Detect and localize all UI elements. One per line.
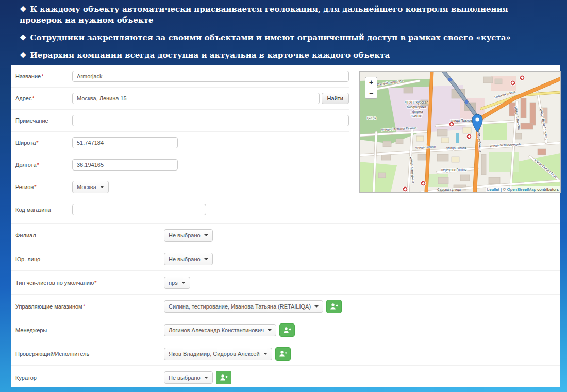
required-asterisk: * <box>94 280 96 286</box>
caret-down-icon <box>100 186 104 188</box>
form-row-store-code: Код магазина <box>11 198 349 220</box>
add-user-button[interactable] <box>275 347 291 361</box>
address-input[interactable] <box>72 93 320 104</box>
selected-value: Яков Владимир, Сидоров Алексей <box>169 351 260 357</box>
attribution-separator: | © <box>499 187 507 192</box>
note-input[interactable] <box>72 115 349 126</box>
caret-down-icon <box>204 377 208 379</box>
store-managers-select[interactable]: Силина, тестирование, Иванова Татьяна (R… <box>164 300 323 313</box>
form-row-latitude: Широта* <box>11 132 349 154</box>
form-row-inspector: Проверяющий/Исполнитель Яков Владимир, С… <box>11 342 560 365</box>
header-bullet-text: Сотрудники закрепляются за своими объект… <box>30 33 510 42</box>
object-card-panel: Название* Адрес* Найти Примечание Широта… <box>11 65 560 387</box>
caret-down-icon <box>263 353 268 355</box>
street-label: улица Гоголя <box>446 146 467 150</box>
field-label: Управляющие магазином* <box>15 303 164 310</box>
form-row-checklist-type: Тип чек-листов по умолчанию* nps <box>11 270 560 294</box>
header-bullet: ❖К каждому объекту автоматически присваи… <box>20 4 535 26</box>
form-row-managers: Менеджеры Логинов Александр Константинов… <box>11 318 560 342</box>
field-label-text: Широта <box>15 140 36 146</box>
field-label-text: Примечание <box>15 117 48 124</box>
zoom-in-button[interactable]: + <box>365 77 377 88</box>
region-select[interactable]: Москва <box>72 181 109 193</box>
poi-cross-icon <box>449 122 454 127</box>
map[interactable]: Южный переулок Ямская улица улица Павлов… <box>359 71 561 193</box>
field-label: Адрес* <box>15 95 72 101</box>
legal-entity-select[interactable]: Не выбрано <box>164 253 213 265</box>
add-user-button[interactable] <box>216 371 231 384</box>
form-row-address: Адрес* Найти <box>11 88 349 110</box>
header-bullet: ❖Иерархия компании всегда доступна и акт… <box>20 50 535 61</box>
required-asterisk: * <box>83 303 85 310</box>
field-label-text: Проверяющий/Исполнитель <box>15 351 89 357</box>
field-label: Куратор <box>15 374 164 381</box>
poi-cross-icon <box>421 181 426 186</box>
form-left-column: Название* Адрес* Найти Примечание Широта… <box>11 65 349 220</box>
place-label: "БИОК" <box>411 114 423 118</box>
form-top-section: Название* Адрес* Найти Примечание Широта… <box>11 65 560 223</box>
field-label: Менеджеры <box>15 327 164 333</box>
map-marker-icon[interactable] <box>472 114 482 132</box>
caret-down-icon <box>204 234 208 236</box>
poi-cross-icon <box>466 134 472 139</box>
required-asterisk: * <box>36 140 38 146</box>
selected-value: Логинов Александр Константинович <box>169 327 264 333</box>
curator-select[interactable]: Не выбрано <box>164 371 213 384</box>
attribution-suffix: contributors <box>536 187 559 192</box>
find-address-button[interactable]: Найти <box>322 93 349 104</box>
form-row-longitude: Долгота* <box>11 154 349 176</box>
form-row-curator: Куратор Не выбрано <box>11 365 560 389</box>
osm-link[interactable]: OpenStreetMap <box>507 187 536 192</box>
field-label: Примечание <box>15 117 72 124</box>
leaflet-link[interactable]: Leaflet <box>487 187 499 192</box>
branch-select[interactable]: Не выбрано <box>164 229 213 242</box>
street-label: переулок Гоголя <box>441 168 467 172</box>
selected-value: Не выбрано <box>169 232 201 238</box>
field-label-text: Филиал <box>15 232 36 238</box>
checklist-type-select[interactable]: nps <box>164 277 190 289</box>
add-user-button[interactable] <box>279 323 295 337</box>
field-label-text: Код магазина <box>15 207 51 213</box>
field-label-text: Тип чек-листов по умолчанию <box>15 280 94 286</box>
selected-value: nps <box>169 280 178 286</box>
name-input[interactable] <box>72 71 349 82</box>
field-label-text: Адрес <box>15 95 32 101</box>
user-plus-icon <box>283 327 291 334</box>
field-label: Тип чек-листов по умолчанию* <box>15 280 164 286</box>
diamond-bullet-icon: ❖ <box>20 50 26 60</box>
poi-cross-icon <box>510 80 515 86</box>
caret-down-icon <box>204 258 208 260</box>
add-user-button[interactable] <box>326 300 342 313</box>
street-label: улица Павлова <box>451 118 474 123</box>
place-label: биофабрика <box>407 105 426 109</box>
field-label: Широта* <box>15 140 72 146</box>
store-code-input[interactable] <box>72 204 206 215</box>
form-row-name: Название* <box>11 65 349 88</box>
user-plus-icon <box>330 303 338 310</box>
diamond-bullet-icon: ❖ <box>20 5 26 14</box>
field-label-text: Менеджеры <box>15 327 47 333</box>
inspector-select[interactable]: Яков Владимир, Сидоров Алексей <box>164 348 272 360</box>
latitude-input[interactable] <box>72 137 178 148</box>
field-label-text: Управляющие магазином <box>15 303 82 310</box>
selected-value: Не выбрано <box>169 374 201 381</box>
managers-select[interactable]: Логинов Александр Константинович <box>164 324 276 336</box>
required-asterisk: * <box>37 162 39 168</box>
field-label: Код магазина <box>15 207 72 213</box>
zoom-out-button[interactable]: − <box>365 88 377 98</box>
map-canvas: Южный переулок Ямская улица улица Павлов… <box>360 72 560 192</box>
field-label-text: Название <box>15 73 41 79</box>
selected-value: Не выбрано <box>169 256 201 262</box>
form-row-note: Примечание <box>11 110 349 132</box>
header-bullet-text: К каждому объекту автоматически присваив… <box>20 5 508 25</box>
field-label-text: Регион <box>15 184 34 190</box>
required-asterisk: * <box>34 184 36 190</box>
longitude-input[interactable] <box>72 159 178 171</box>
place-label: ГСК-42 <box>367 116 376 120</box>
street-label: улица Гоголя <box>415 145 436 150</box>
field-label: Регион* <box>15 184 72 190</box>
street-label: Садовая улица <box>437 188 461 192</box>
required-asterisk: * <box>41 73 43 79</box>
field-label-text: Долгота <box>15 162 37 168</box>
poi-cross-icon <box>403 186 408 192</box>
